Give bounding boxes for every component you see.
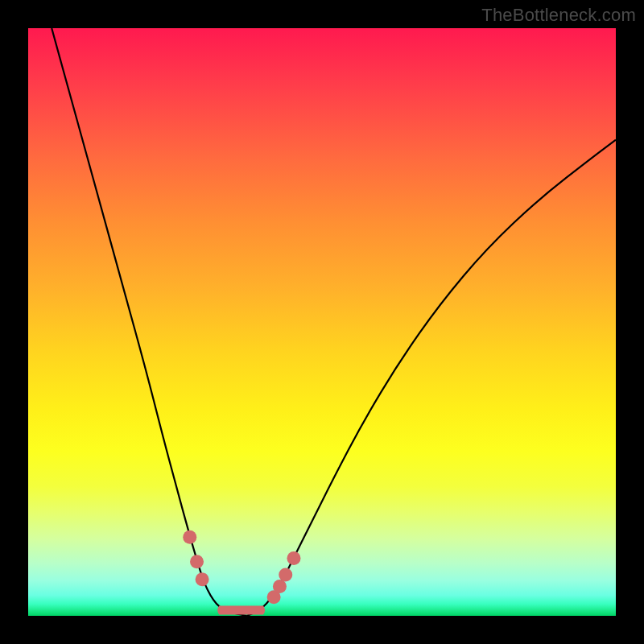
- marker-dot: [279, 568, 292, 581]
- watermark-text: TheBottleneck.com: [481, 5, 636, 26]
- curve-layer: [28, 28, 616, 616]
- marker-dot: [273, 580, 287, 593]
- chart-frame: TheBottleneck.com: [0, 0, 644, 644]
- marker-dots: [183, 530, 300, 604]
- marker-dot: [287, 551, 300, 565]
- marker-pill: [217, 606, 265, 615]
- marker-dot: [183, 530, 196, 544]
- left-curve: [52, 28, 246, 616]
- marker-dot: [196, 572, 209, 586]
- right-curve: [247, 140, 616, 616]
- marker-dot: [190, 555, 204, 568]
- plot-area: [28, 28, 616, 616]
